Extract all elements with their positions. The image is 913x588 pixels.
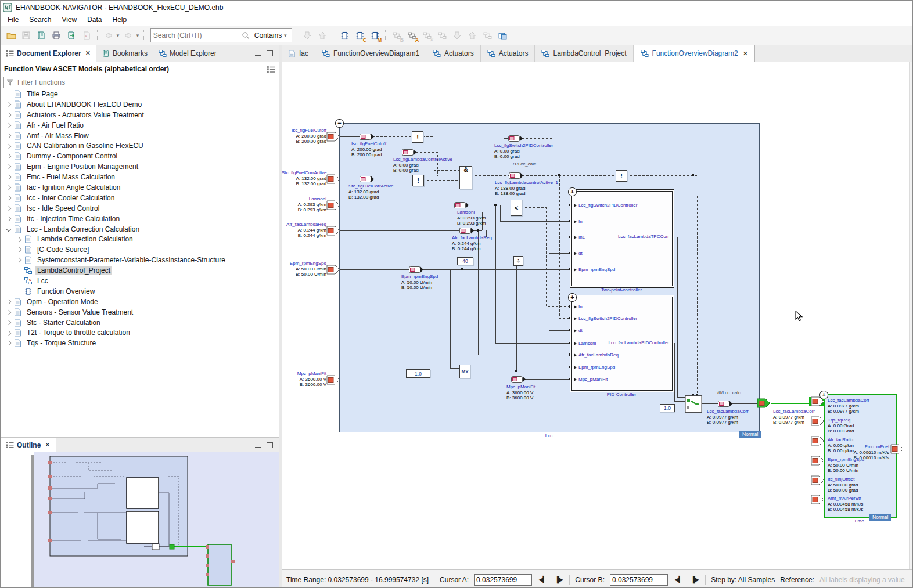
not-operator[interactable]: ! [412, 175, 424, 186]
expand-pid-button[interactable]: + [568, 293, 577, 302]
tab-iac[interactable]: Iac [282, 45, 315, 62]
constant[interactable]: 1.0 [406, 369, 430, 378]
connector-icon[interactable] [435, 28, 449, 42]
close-icon[interactable]: ✕ [85, 49, 91, 57]
constant[interactable]: 1.0 [660, 404, 675, 412]
input-port-icon[interactable] [326, 375, 340, 385]
less-operator[interactable]: < [511, 200, 522, 216]
tree-item[interactable]: Actuators - Actuators Value Treatment [1, 110, 278, 120]
tab-outline[interactable]: Outline ✕ [1, 438, 56, 452]
cursor-b-step-forward-icon[interactable]: ▐▶ [689, 576, 700, 583]
search-input[interactable] [151, 31, 242, 39]
close-icon[interactable]: ✕ [743, 50, 748, 57]
not-operator[interactable]: ! [616, 170, 627, 182]
maximize-panel-icon[interactable] [267, 442, 273, 448]
tree-item[interactable]: [C-Code Source] [1, 244, 278, 255]
nav-back-icon[interactable] [102, 28, 116, 42]
and-operator[interactable]: & [459, 166, 472, 189]
jump-down-icon[interactable] [300, 28, 314, 42]
tree-item[interactable]: Epm - Engine Position Management [1, 161, 278, 172]
collapse-lcc-button[interactable]: − [335, 119, 344, 128]
tab-actuators-2[interactable]: Actuators [481, 45, 535, 62]
tree-item-lcc[interactable]: Lcc - Lambda Correction Calculation [1, 224, 278, 235]
input-port-icon[interactable] [326, 200, 340, 210]
tree-item[interactable]: Stc - Starter Calculation [1, 318, 278, 328]
tab-lambdacontrol-project[interactable]: LambdaControl_Project [535, 45, 633, 62]
output-port-icon[interactable] [757, 398, 771, 408]
diagram-a-icon[interactable]: A [405, 28, 419, 42]
component-model-icon[interactable] [337, 28, 351, 42]
print-icon[interactable] [49, 28, 63, 42]
tree-item[interactable]: Lambda Correction Calculation [1, 234, 278, 244]
canvas-scrollbar[interactable] [909, 62, 913, 569]
signal-tap[interactable] [459, 228, 474, 234]
export-handbook-icon[interactable] [64, 28, 78, 42]
diagram-remove-icon[interactable]: ✕ [420, 28, 434, 42]
menu-search[interactable]: Search [24, 15, 56, 25]
input-port-icon[interactable] [326, 226, 340, 236]
minimize-panel-icon[interactable] [255, 50, 261, 56]
tab-bookmarks[interactable]: Bookmarks [96, 45, 153, 62]
diagram-canvas[interactable]: − [282, 62, 913, 569]
fmc-output-port-icon[interactable] [890, 444, 904, 454]
signal-tap[interactable] [511, 376, 526, 383]
signal-tap[interactable] [360, 176, 374, 182]
nav-back-caret-icon[interactable]: ▼ [116, 33, 120, 38]
tree-item[interactable]: Systemconstant-Parameter-Variable-Classi… [1, 255, 278, 265]
tree-item[interactable]: T2t - Torque to throttle calculation [1, 327, 278, 338]
signal-tap[interactable] [402, 149, 416, 156]
menu-view[interactable]: View [57, 15, 81, 25]
cursor-b-input[interactable] [610, 574, 668, 586]
maximize-panel-icon[interactable] [267, 50, 273, 56]
outline-thumbnail[interactable] [1, 452, 279, 588]
signal-tap[interactable] [718, 401, 732, 407]
jump-up-icon[interactable] [315, 28, 329, 42]
fmc-port-icon[interactable] [811, 456, 825, 466]
tree-item[interactable]: Tqs - Torque Structure [1, 338, 278, 348]
menu-data[interactable]: Data [82, 15, 106, 25]
tree-item[interactable]: CAN Calibration in Gasoline FlexECU [1, 140, 278, 151]
tree-item[interactable]: Itc - Injection Time Calculation [1, 214, 278, 224]
cursor-a-step-forward-icon[interactable]: ▐▶ [553, 576, 564, 583]
tab-model-explorer[interactable]: Model Explorer [153, 45, 222, 62]
window-layout-icon[interactable] [495, 28, 509, 42]
cursor-b-step-back-icon[interactable]: ◀▎ [673, 576, 684, 583]
tree-item-function-overview[interactable]: Function Overview [1, 286, 278, 297]
tab-functionoverviewdiagram1[interactable]: FunctionOverviewDiagram1 [315, 45, 426, 62]
pdf-export-icon[interactable] [80, 28, 94, 42]
component-c-icon[interactable]: C [353, 28, 366, 42]
tree-item[interactable]: Opm - Operation Mode [1, 297, 278, 307]
tree-item[interactable]: Iac - Ignition Angle Calculation [1, 182, 278, 193]
save-icon[interactable] [19, 28, 33, 42]
arrow-export-icon[interactable] [465, 28, 479, 42]
arrow-import-icon[interactable] [450, 28, 464, 42]
fmc-port-icon[interactable] [811, 436, 825, 446]
tab-functionoverviewdiagram2[interactable]: FunctionOverviewDiagram2✕ [634, 45, 755, 62]
cursor-a-input[interactable] [474, 574, 532, 586]
cursor-a-step-back-icon[interactable]: ◀▎ [537, 576, 548, 583]
menu-help[interactable]: Help [108, 15, 132, 25]
fmc-port-icon[interactable] [811, 475, 825, 485]
expand-fmc-button[interactable]: + [819, 391, 828, 399]
tree-item[interactable]: Title Page [1, 89, 278, 99]
close-icon[interactable]: ✕ [45, 441, 50, 449]
tree-item[interactable]: Amf - Air Mass Flow [1, 131, 278, 141]
input-port-icon[interactable] [326, 174, 340, 184]
signal-tap[interactable] [360, 134, 374, 140]
tree-item[interactable]: Afr - Air Fuel Ratio [1, 120, 278, 131]
tree-item-lambdacontrol-project[interactable]: LambdaControl_Project [1, 265, 278, 276]
fmc-port-icon[interactable] [811, 416, 825, 426]
diagram-b-icon[interactable]: B [390, 28, 404, 42]
expand-tpc-button[interactable]: + [568, 187, 577, 196]
tree-item-lcc-model[interactable]: Lcc [1, 276, 278, 286]
open-folder-icon[interactable] [4, 28, 18, 42]
tree-item[interactable]: Fmc - Fuel Mass Calculation [1, 172, 278, 182]
nav-forward-caret-icon[interactable]: ▼ [135, 33, 140, 38]
mux-operator[interactable]: MX [459, 365, 470, 378]
filter-input[interactable] [16, 78, 278, 87]
view-menu-icon[interactable] [267, 66, 275, 73]
signal-tap[interactable] [509, 172, 523, 179]
tab-actuators-1[interactable]: Actuators [426, 45, 481, 62]
signal-tap[interactable] [508, 135, 523, 142]
constant[interactable]: 40 [457, 257, 473, 265]
